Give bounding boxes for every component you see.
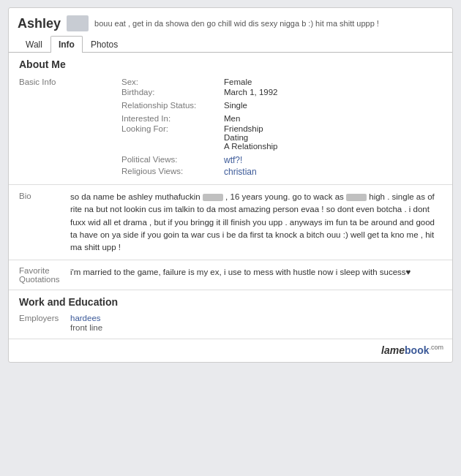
profile-name: Ashley bbox=[18, 16, 61, 31]
interested-value: Men bbox=[224, 114, 240, 123]
lamebook-com: .com bbox=[429, 344, 443, 351]
political-label: Political Views: bbox=[121, 155, 224, 165]
profile-status: bouu eat , get in da showa den go chill … bbox=[94, 19, 443, 28]
looking-value-1: Friendship bbox=[224, 124, 278, 133]
tab-info[interactable]: Info bbox=[50, 36, 83, 53]
bio-section: Bio so da name be ashley muthafuckin , 1… bbox=[9, 185, 452, 260]
employers-label: Employers bbox=[19, 314, 70, 333]
bio-label: Bio bbox=[19, 191, 70, 254]
tab-photos[interactable]: Photos bbox=[83, 36, 126, 53]
bio-text: so da name be ashley muthafuckin , 16 ye… bbox=[70, 191, 442, 254]
work-inner: Employers hardees front line bbox=[19, 314, 442, 333]
quotes-section: Favorite Quotations i'm married to the g… bbox=[9, 260, 452, 290]
tab-wall[interactable]: Wall bbox=[18, 36, 50, 53]
religious-label: Religious Views: bbox=[121, 167, 224, 177]
basic-info-label: Basic Info bbox=[19, 78, 121, 98]
quotes-label: Favorite Quotations bbox=[19, 266, 70, 284]
lamebook-lame: lame bbox=[381, 344, 405, 356]
employer-position: front line bbox=[70, 323, 102, 332]
blurred-school bbox=[346, 194, 367, 201]
footer: lamebook.com bbox=[9, 339, 452, 362]
about-me-section: About Me Basic Info Sex: Female Birthday… bbox=[9, 53, 452, 185]
birthday-label: Birthday: bbox=[121, 88, 224, 97]
basic-info-spacer bbox=[19, 101, 121, 111]
political-value[interactable]: wtf?! bbox=[224, 155, 242, 165]
relationship-value: Single bbox=[224, 101, 247, 110]
relationship-label: Relationship Status: bbox=[121, 101, 224, 110]
blurred-name bbox=[203, 194, 223, 201]
looking-values: Friendship Dating A Relationship bbox=[224, 124, 278, 151]
profile-header: Ashley bouu eat , get in da showa den go… bbox=[9, 8, 452, 36]
about-me-title: About Me bbox=[19, 58, 442, 70]
lamebook-book: book bbox=[405, 344, 429, 356]
quotes-text: i'm married to the game, failure is my e… bbox=[70, 266, 442, 284]
basic-info-spacer2 bbox=[19, 114, 121, 152]
tab-bar: Wall Info Photos bbox=[9, 36, 452, 53]
basic-info-rows: Basic Info Sex: Female Birthday: March 1… bbox=[19, 78, 442, 178]
looking-label: Looking For: bbox=[121, 124, 224, 151]
religious-value[interactable]: christian bbox=[224, 167, 257, 177]
interested-label: Interested In: bbox=[121, 114, 224, 123]
birthday-value: March 1, 1992 bbox=[224, 88, 278, 97]
profile-card: Ashley bouu eat , get in da showa den go… bbox=[8, 7, 453, 363]
basic-info-spacer3 bbox=[19, 155, 121, 178]
looking-value-3: A Relationship bbox=[224, 142, 278, 151]
sex-value: Female bbox=[224, 78, 252, 86]
employer-name[interactable]: hardees bbox=[70, 314, 442, 322]
sex-label: Sex: bbox=[121, 78, 224, 86]
work-section-title: Work and Education bbox=[19, 296, 442, 308]
work-section: Work and Education Employers hardees fro… bbox=[9, 290, 452, 339]
avatar bbox=[67, 15, 89, 31]
looking-value-2: Dating bbox=[224, 133, 278, 142]
work-data: hardees front line bbox=[70, 314, 442, 333]
